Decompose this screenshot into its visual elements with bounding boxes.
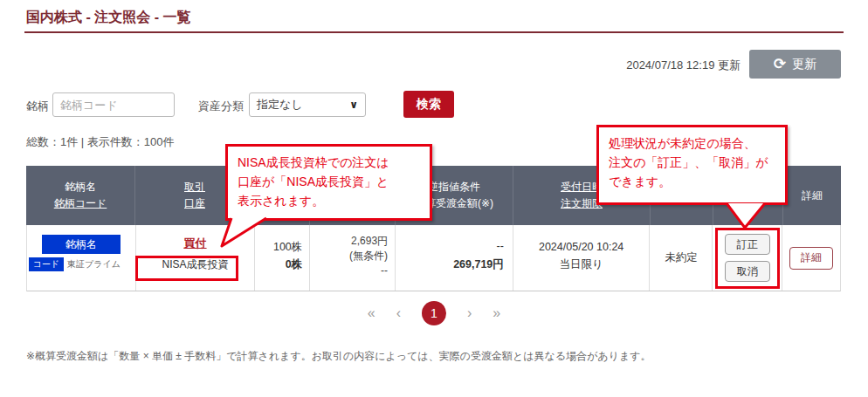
cell-settlement: -- 269,719円 xyxy=(396,225,513,291)
refresh-button-label: 更新 xyxy=(792,57,816,72)
page-title: 国内株式 - 注文照会 - 一覧 xyxy=(26,9,190,27)
trade-type-link[interactable]: 買付 xyxy=(184,236,207,250)
search-button[interactable]: 検索 xyxy=(403,91,454,118)
correct-cancel-highlight-box xyxy=(715,228,780,289)
market-label: 東証プライム xyxy=(67,258,121,270)
cell-accepted: 2024/05/20 10:24 当日限り xyxy=(513,225,651,291)
order-term: 当日限り xyxy=(513,256,650,273)
header-detail: 詳細 xyxy=(783,166,841,225)
first-page-icon[interactable]: « xyxy=(368,306,375,320)
cell-detail: 詳細 xyxy=(782,225,840,291)
nisa-callout-pointer xyxy=(210,215,279,254)
asset-class-selected-value: 指定なし xyxy=(257,97,303,113)
status-callout-line: できます。 xyxy=(609,172,775,191)
header-stop-condition: 逆指値条件 xyxy=(428,179,480,195)
nisa-callout-line: NISA成長投資枠での注文は xyxy=(238,153,420,172)
header-account-link[interactable]: 口座 xyxy=(184,195,205,212)
status-callout-line: 注文の「訂正」、「取消」が xyxy=(609,153,775,172)
last-page-icon[interactable]: » xyxy=(493,306,500,320)
title-divider xyxy=(24,31,844,33)
stock-name-masked-label: 銘柄名 xyxy=(42,235,121,254)
order-inquiry-page: 国内株式 - 注文照会 - 一覧 2024/07/18 12:19 更新 ⟳ 更… xyxy=(0,0,868,397)
current-page-button[interactable]: 1 xyxy=(422,301,446,325)
nisa-callout-line: 表示されます。 xyxy=(238,191,420,210)
nisa-callout: NISA成長投資枠での注文は 口座が「NISA成長投資」と 表示されます。 xyxy=(225,144,432,221)
stop-condition-value: -- xyxy=(396,237,504,256)
header-stock-name: 銘柄名 xyxy=(65,179,96,195)
settlement-footnote: ※概算受渡金額は「数量 × 単価 ± 手数料」で計算されます。お取引の内容によっ… xyxy=(26,349,651,364)
nisa-callout-line: 口座が「NISA成長投資」と xyxy=(238,172,420,191)
accepted-at: 2024/05/20 10:24 xyxy=(513,238,650,256)
status-value: 未約定 xyxy=(665,250,698,265)
chevron-down-icon: ∨ xyxy=(349,99,358,111)
stock-code-input[interactable] xyxy=(52,92,175,117)
status-callout: 処理状況が未約定の場合、 注文の「訂正」、「取消」が できます。 xyxy=(596,125,788,205)
result-count-summary: 総数：1件 | 表示件数：100件 xyxy=(26,134,175,150)
prev-page-icon[interactable]: ‹ xyxy=(396,306,401,320)
refresh-icon: ⟳ xyxy=(774,57,786,72)
cell-status: 未約定 xyxy=(650,225,713,291)
last-updated-timestamp: 2024/07/18 12:19 更新 xyxy=(576,58,741,73)
price-condition: (無条件) xyxy=(310,249,388,264)
header-stock: 銘柄名 銘柄コード xyxy=(26,166,135,225)
order-price: 2,693円 xyxy=(310,234,388,249)
unfilled-quantity: 0株 xyxy=(255,256,302,273)
refresh-button[interactable]: ⟳ 更新 xyxy=(749,50,841,79)
asset-class-select[interactable]: 指定なし ∨ xyxy=(249,92,366,117)
cell-price: 2,693円 (無条件) -- xyxy=(310,225,396,291)
cell-stock: 銘柄名 コード 東証プライム xyxy=(27,225,136,291)
header-stock-code-link[interactable]: 銘柄コード xyxy=(54,195,107,212)
header-trade-link[interactable]: 取引 xyxy=(184,179,205,195)
nisa-account-highlight-box xyxy=(135,256,238,281)
detail-button[interactable]: 詳細 xyxy=(789,247,833,270)
settlement-amount: 269,719円 xyxy=(396,256,504,274)
price-extra: -- xyxy=(310,264,388,278)
status-callout-line: 処理状況が未約定の場合、 xyxy=(609,133,775,153)
stock-code-masked-label: コード xyxy=(29,257,64,271)
next-page-icon[interactable]: › xyxy=(467,306,472,320)
status-callout-pointer xyxy=(716,200,777,233)
stock-field-label: 銘柄 xyxy=(26,99,49,114)
pagination: « ‹ 1 › » xyxy=(0,301,868,325)
asset-class-label: 資産分類 xyxy=(198,99,244,114)
